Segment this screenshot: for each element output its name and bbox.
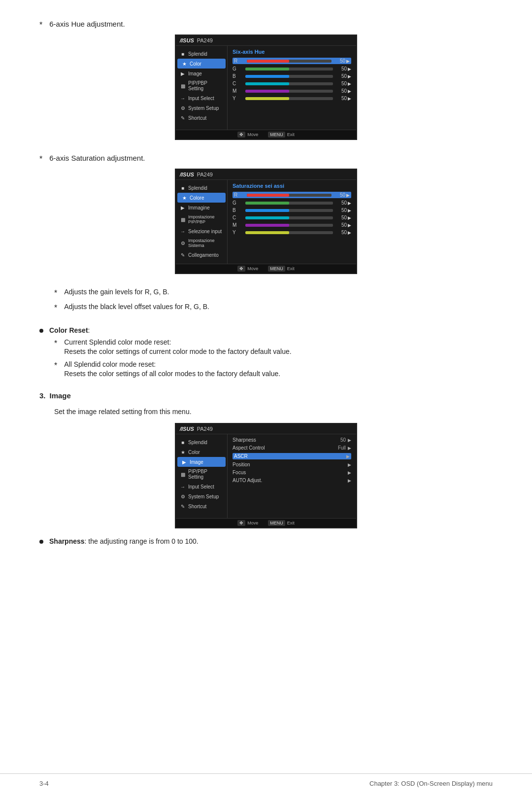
osd-bar-y: [245, 97, 333, 100]
osd-sat-body: ■ Splendid ★ Colore ▶ Immagine ▩ Imposta…: [176, 180, 356, 264]
osd-sat-splendid: ■ Splendid: [176, 183, 227, 193]
osd-sat-input: → Selezione input: [176, 226, 227, 236]
osd-img-main: Sharpness 50 ▶ Aspect Control Full ▶ ASC…: [228, 434, 356, 518]
osd-hue-row-r: R 50 ▶: [233, 58, 351, 64]
osd-value-g: 50: [336, 66, 347, 71]
osd-hue-row-b: B 50 ▶: [233, 73, 351, 79]
osd-sat-row-c: C 50 ▶: [233, 215, 351, 220]
osd-arrow-m: ▶: [348, 89, 351, 94]
sat-input-icon: →: [180, 228, 186, 234]
osd-row-label-y: Y: [233, 96, 242, 101]
image-subtitle: Set the image related setting from this …: [54, 407, 493, 417]
img-image-icon: ▶: [181, 459, 187, 465]
osd-menu-shortcut: ✎ Shortcut: [176, 113, 227, 123]
page-footer: 3-4 Chapter 3: OSD (On-Screen Display) m…: [0, 773, 532, 787]
star-bullet-4: *: [54, 304, 57, 313]
color-reset-content: Color Reset:: [49, 326, 90, 334]
osd-img-footer-move: ✥ Move: [237, 520, 258, 526]
osd-sat-row-m: M 50 ▶: [233, 222, 351, 228]
osd-sat-bar-g: [245, 202, 333, 205]
osd-arrow-g: ▶: [348, 67, 351, 71]
img-shortcut-icon: ✎: [180, 503, 186, 509]
star-bullet-1: *: [39, 21, 42, 30]
osd-sat-system: ⚙ Impostazione Sistema: [176, 236, 227, 250]
img-system-icon: ⚙: [180, 493, 186, 499]
img-splendid-icon: ■: [180, 439, 186, 445]
osd-hue-footer-exit: MENU Exit: [268, 132, 295, 138]
osd-sat-pip: ▩ Impostazione PIP/PBP: [176, 212, 227, 226]
osd-sat-model: PA249: [197, 172, 213, 177]
osd-img-row-position: Position ▶: [233, 462, 351, 467]
osd-hue-footer: ✥ Move MENU Exit: [176, 130, 356, 139]
osd-menu-splendid: ■ Splendid: [176, 49, 227, 59]
osd-img-pip: ▩ PIP/PBP Setting: [176, 467, 227, 482]
osd-hue-row-g: G 50 ▶: [233, 66, 351, 71]
sharpness-range: : the adjusting range is from 0 to 100.: [85, 537, 199, 545]
image-header: 3. Image: [39, 391, 493, 404]
osd-sat-bar-m: [245, 224, 333, 227]
osd-img-footer-exit: MENU Exit: [268, 520, 295, 526]
saturation-section: * 6-axis Saturation adjustment. /ISUS PA…: [39, 154, 493, 274]
osd-sat-footer-exit: MENU Exit: [268, 266, 295, 272]
osd-bar-fill-b: [245, 75, 289, 78]
osd-bar-fill-g: [245, 68, 289, 70]
osd-arrow-b: ▶: [348, 74, 351, 79]
osd-hue-sidebar: ■ Splendid ★ Color ▶ Image ▩ PIP/PBP Set…: [176, 46, 228, 130]
image-number: 3.: [39, 391, 46, 400]
osd-sat-row-y: Y 50 ▶: [233, 230, 351, 235]
saturation-bullet: * 6-axis Saturation adjustment.: [39, 154, 493, 164]
all-splendid-title: All Splendid color mode reset:: [64, 360, 280, 368]
color-reset-label: Color Reset: [49, 326, 88, 334]
osd-row-label-g: G: [233, 66, 242, 71]
osd-img-system: ⚙ System Setup: [176, 491, 227, 501]
hue-title: 6-axis Hue adjustment.: [49, 20, 125, 28]
osd-bar-fill-m: [245, 90, 289, 93]
osd-bar-g: [245, 68, 333, 70]
osd-menu-system: ⚙ System Setup: [176, 103, 227, 113]
osd-image-menu: /ISUS PA249 ■ Splendid ★ Color ▶ Image: [175, 423, 357, 528]
osd-img-sidebar: ■ Splendid ★ Color ▶ Image ▩ PIP/PBP Set…: [176, 434, 228, 518]
osd-saturation-menu: /ISUS PA249 ■ Splendid ★ Colore ▶ Immagi…: [175, 169, 357, 274]
osd-img-footer: ✥ Move MENU Exit: [176, 518, 356, 527]
osd-sat-section-title: Saturazione sei assi: [233, 183, 351, 189]
osd-sat-shortcut: ✎ Collegamento: [176, 250, 227, 260]
osd-bar-r: [247, 60, 332, 63]
pip-icon: ▩: [180, 83, 186, 89]
shortcut-icon: ✎: [180, 115, 186, 121]
osd-img-row-auto: AUTO Adjust. ▶: [233, 478, 351, 483]
footer-left: 3-4: [39, 780, 49, 787]
hue-section: * 6-axis Hue adjustment. /ISUS PA249 ■ S…: [39, 20, 493, 140]
img-input-icon: →: [180, 484, 186, 489]
splendid-icon: ■: [180, 51, 186, 57]
osd-bar-c: [245, 82, 333, 85]
osd-img-model: PA249: [197, 426, 213, 432]
color-reset-section: Color Reset: * Current Splendid color mo…: [39, 326, 493, 378]
sharpness-bullet: Sharpness: the adjusting range is from 0…: [39, 537, 493, 545]
black-level-bullet: * Adjusts the black level offset values …: [54, 303, 493, 313]
asus-logo-img: /ISUS: [180, 426, 194, 432]
osd-arrow-r: ▶: [346, 59, 350, 64]
star-bullet-5: *: [54, 339, 57, 348]
osd-hue-body: ■ Splendid ★ Color ▶ Image ▩ PIP/PBP Set…: [176, 46, 356, 130]
osd-value-y: 50: [336, 96, 347, 101]
osd-sat-row-b: B 50 ▶: [233, 208, 351, 213]
star-bullet-2: *: [39, 155, 42, 164]
osd-img-input: → Input Select: [176, 482, 227, 491]
all-splendid-content: All Splendid color mode reset: Resets th…: [64, 360, 280, 378]
current-splendid-content: Current Splendid color mode reset: Reset…: [64, 338, 291, 355]
saturation-title: 6-axis Saturation adjustment.: [49, 154, 145, 162]
current-splendid-bullet: * Current Splendid color mode reset: Res…: [54, 338, 493, 355]
img-color-icon: ★: [180, 449, 186, 455]
osd-hue-row-y: Y 50 ▶: [233, 96, 351, 101]
osd-row-label-b: B: [233, 73, 242, 79]
osd-img-shortcut: ✎ Shortcut: [176, 501, 227, 511]
osd-img-image-active: ▶ Image: [177, 457, 226, 467]
sat-system-icon: ⚙: [180, 240, 186, 246]
osd-arrow-y: ▶: [348, 96, 351, 101]
osd-img-body: ■ Splendid ★ Color ▶ Image ▩ PIP/PBP Set…: [176, 434, 356, 518]
image-title: Image: [50, 391, 71, 400]
asus-logo-sat: /ISUS: [180, 172, 194, 177]
osd-arrow-c: ▶: [348, 81, 351, 86]
osd-sat-bar-y: [245, 231, 333, 234]
gain-bullet: * Adjusts the gain levels for R, G, B.: [54, 288, 493, 298]
